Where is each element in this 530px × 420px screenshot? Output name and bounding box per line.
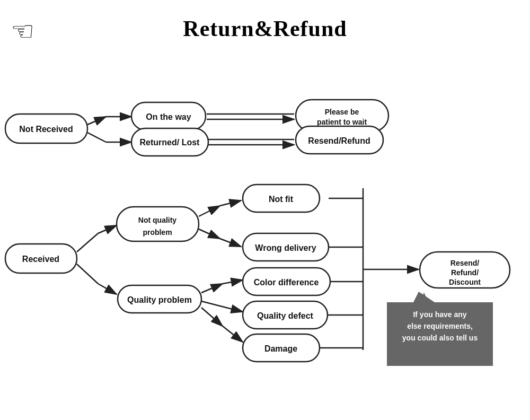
hand-icon: ☞ <box>11 16 34 47</box>
page-title: Return&Refund <box>0 0 530 41</box>
svg-line-10 <box>77 233 98 252</box>
not-fit-label: Not fit <box>269 195 294 204</box>
resend-refund-discount-label2: Refund/ <box>451 268 479 277</box>
received-label: Received <box>22 255 59 264</box>
resend-refund-discount-label: Resend/ <box>450 259 480 267</box>
bubble-text-line3: you could also tell us <box>402 334 478 342</box>
quality-problem-label: Quality problem <box>127 295 192 304</box>
svg-line-20 <box>201 301 243 312</box>
svg-line-16 <box>199 229 220 239</box>
svg-line-2 <box>87 117 106 125</box>
svg-line-14 <box>199 206 220 216</box>
svg-line-11 <box>98 225 117 233</box>
not-quality-problem-label: Not quality <box>138 216 177 224</box>
svg-line-19 <box>223 280 243 284</box>
svg-line-18 <box>201 284 223 293</box>
svg-line-12 <box>77 264 98 284</box>
svg-line-13 <box>98 284 117 294</box>
returned-lost-label: Returned/ Lost <box>140 138 200 147</box>
not-received-label: Not Received <box>19 125 73 134</box>
resend-refund-discount-label3: Discount <box>449 278 481 286</box>
please-wait-label2: patient to wait <box>317 118 367 126</box>
please-wait-label: Please be <box>325 108 359 116</box>
svg-line-17 <box>220 239 241 247</box>
svg-line-21 <box>201 308 223 326</box>
not-quality-problem-label2: problem <box>143 228 172 237</box>
svg-line-4 <box>87 133 106 142</box>
wrong-delivery-label: Wrong delivery <box>255 243 316 252</box>
bubble-text-line2: else requirements, <box>407 322 473 330</box>
svg-line-22 <box>223 326 243 342</box>
svg-line-15 <box>220 200 241 206</box>
bubble-text-line1: If you have any <box>413 310 466 319</box>
damage-label: Damage <box>264 344 297 353</box>
on-the-way-label: On the way <box>146 112 191 121</box>
quality-defect-label: Quality defect <box>257 311 313 320</box>
resend-refund-top-label: Resend/Refund <box>308 136 370 145</box>
color-difference-label: Color difference <box>254 278 319 287</box>
